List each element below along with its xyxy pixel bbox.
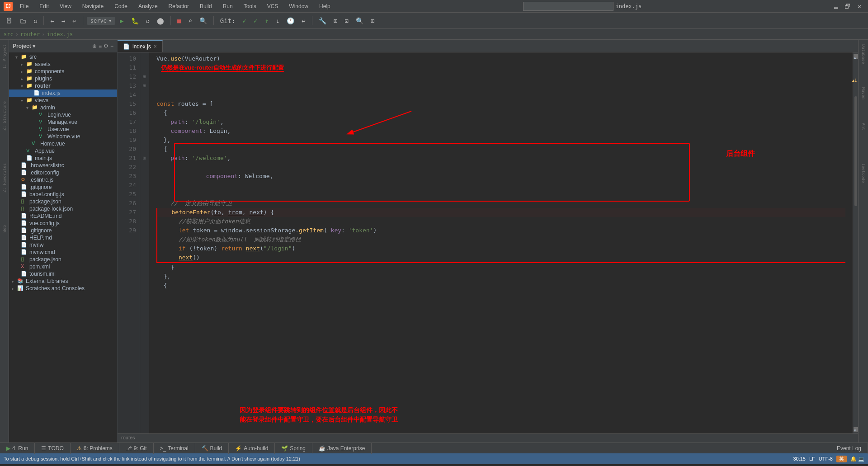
statusbar-charset[interactable]: UTF-8 <box>819 456 833 461</box>
stop-button[interactable]: ■ <box>175 16 184 25</box>
maximize-button[interactable]: 🗗 <box>843 1 853 11</box>
tree-item-assets[interactable]: ▸📁assets <box>9 61 117 68</box>
inspect-button[interactable]: 🔍 <box>197 16 210 25</box>
tree-item-package-json2[interactable]: {}package.json <box>9 256 117 263</box>
menu-view[interactable]: View <box>56 2 75 10</box>
git-undo[interactable]: ↩ <box>299 16 308 25</box>
tab-todo[interactable]: ☰ TODO <box>35 443 70 454</box>
tree-item-main-js[interactable]: 📄main.js <box>9 155 117 162</box>
tab-java[interactable]: ☕ Java Enterprise <box>312 443 372 454</box>
tree-item-eslintrc[interactable]: ⚙.eslintrc.js <box>9 176 117 184</box>
tab-close-icon[interactable]: × <box>154 43 157 50</box>
breadcrumb-file[interactable]: index.js <box>47 31 73 38</box>
search-input[interactable] <box>523 2 613 11</box>
search-button[interactable]: ⌕ <box>185 16 194 25</box>
locate-icon[interactable]: ⊕ <box>92 43 97 49</box>
tab-terminal[interactable]: >_ Terminal <box>154 443 195 454</box>
tree-item-login-vue[interactable]: VLogin.vue <box>9 111 117 118</box>
menu-run[interactable]: Run <box>219 2 236 10</box>
tree-item-admin[interactable]: ▾📁admin <box>9 104 117 111</box>
reload-button[interactable]: ↺ <box>143 16 152 25</box>
tree-item-manage-vue[interactable]: VManage.vue <box>9 118 117 126</box>
back-button[interactable]: ← <box>47 16 57 25</box>
menu-window[interactable]: Window <box>285 2 312 10</box>
settings-button[interactable]: 🔧 <box>316 16 329 25</box>
tree-item-gitignore2[interactable]: 📄.gitignore <box>9 227 117 234</box>
history-button[interactable]: ↩ <box>70 16 79 25</box>
settings-icon[interactable]: ⚙ <box>104 43 108 49</box>
menu-file[interactable]: File <box>16 2 32 10</box>
debug-button[interactable]: 🐛 <box>128 16 142 25</box>
statusbar-position[interactable]: 30:15 <box>793 456 806 461</box>
tree-item-pom[interactable]: Xpom.xml <box>9 263 117 270</box>
tree-item-app-vue[interactable]: VApp.vue <box>9 147 117 155</box>
menu-help[interactable]: Help <box>316 2 334 10</box>
tree-item-index-js[interactable]: 📄index.js <box>9 89 117 97</box>
tree-item-babel[interactable]: 📄babel.config.js <box>9 191 117 198</box>
menu-code[interactable]: Code <box>111 2 131 10</box>
tree-item-browserslistrc[interactable]: 📄.browserslistrc <box>9 162 117 169</box>
breadcrumb-router[interactable]: router <box>20 31 40 38</box>
tree-item-home-vue[interactable]: VHome.vue <box>9 140 117 147</box>
sidebar-icon-project[interactable]: 1: Project <box>1 42 8 71</box>
tree-item-readme[interactable]: 📄README.md <box>9 212 117 220</box>
serve-dropdown[interactable]: serve ▾ <box>87 17 115 25</box>
close-button[interactable]: ✕ <box>854 1 864 11</box>
tree-item-components[interactable]: ▸📁components <box>9 68 117 75</box>
tree-item-gitignore[interactable]: 📄.gitignore <box>9 184 117 191</box>
tree-item-help[interactable]: 📄HELP.md <box>9 234 117 241</box>
sort-icon[interactable]: ≡ <box>99 43 102 49</box>
structure-button[interactable]: ⊞ <box>331 16 340 25</box>
sync-button[interactable]: ↻ <box>31 16 40 25</box>
tree-item-welcome-vue[interactable]: VWelcome.vue <box>9 133 117 140</box>
sidebar-icon-web[interactable]: Web <box>1 222 8 235</box>
tree-item-views[interactable]: ▾📁views <box>9 97 117 104</box>
tree-item-package-lock[interactable]: {}package-lock.json <box>9 205 117 212</box>
menu-navigate[interactable]: Navigate <box>79 2 107 10</box>
tab-build[interactable]: 🔨 Build <box>195 443 229 454</box>
sidebar-icon-favorites[interactable]: 2: Favorites <box>1 160 8 195</box>
coverage-button[interactable]: ⬤ <box>154 16 167 25</box>
sidebar-icon-structure[interactable]: Z: Structure <box>1 99 8 133</box>
tree-item-external-libraries[interactable]: ▸📚External Libraries <box>9 278 117 285</box>
tree-item-mvnw-cmd[interactable]: 📄mvnw.cmd <box>9 249 117 256</box>
find-button[interactable]: 🔍 <box>353 16 366 25</box>
tab-problems[interactable]: ⚠ 6: Problems <box>71 443 119 454</box>
scrollbar-thumb[interactable] <box>854 96 857 206</box>
git-pull[interactable]: ↓ <box>273 16 282 25</box>
tab-event-log[interactable]: Event Log <box>830 443 868 454</box>
tree-item-mvnw[interactable]: 📄mvnw <box>9 241 117 249</box>
panel-leetcode[interactable]: leetcode <box>860 160 867 185</box>
tab-git[interactable]: ⎇ 9: Git <box>119 443 154 454</box>
bookmark-button[interactable]: ⊡ <box>342 16 351 25</box>
tab-run[interactable]: ▶ 4: Run <box>0 443 35 454</box>
menu-vcs[interactable]: VCS <box>264 2 282 10</box>
git-history[interactable]: 🕐 <box>284 16 297 25</box>
panel-database[interactable]: Database <box>860 42 867 66</box>
menu-analyze[interactable]: Analyze <box>135 2 161 10</box>
tree-item-editorconfig[interactable]: 📄.editorconfig <box>9 169 117 176</box>
new-file-button[interactable] <box>4 17 15 25</box>
tree-item-user-vue[interactable]: VUser.vue <box>9 126 117 133</box>
tree-item-scratches[interactable]: ▸📊Scratches and Consoles <box>9 285 117 292</box>
menu-edit[interactable]: Edit <box>36 2 52 10</box>
tree-item-src[interactable]: ▾📁src <box>9 53 117 61</box>
tree-item-router[interactable]: ▾📁router <box>9 82 117 89</box>
tab-spring[interactable]: 🌱 Spring <box>275 443 312 454</box>
git-check2[interactable]: ✓ <box>251 16 260 25</box>
tree-item-vue-config[interactable]: 📄vue.config.js <box>9 220 117 227</box>
code-content[interactable]: Vue.use(VueRouter) 仍然是在vue-router自动生成的文件… <box>149 52 853 433</box>
hide-icon[interactable]: − <box>110 43 113 49</box>
git-check1[interactable]: ✓ <box>240 16 249 25</box>
tree-item-plugins[interactable]: ▸📁plugins <box>9 75 117 82</box>
tab-index-js[interactable]: 📄 index.js × <box>118 40 163 52</box>
tree-item-tourism[interactable]: 📄tourism.iml <box>9 270 117 278</box>
open-button[interactable] <box>17 17 29 25</box>
git-push[interactable]: ↑ <box>262 16 271 25</box>
tab-auto-build[interactable]: ⚡ Auto-build <box>229 443 275 454</box>
breadcrumb-src[interactable]: src <box>4 31 14 38</box>
scrollbar-up[interactable]: ▴ <box>854 54 858 59</box>
menu-build[interactable]: Build <box>196 2 216 10</box>
tree-item-package-json[interactable]: {}package.json <box>9 198 117 205</box>
more-button[interactable]: ⊞ <box>368 16 377 25</box>
